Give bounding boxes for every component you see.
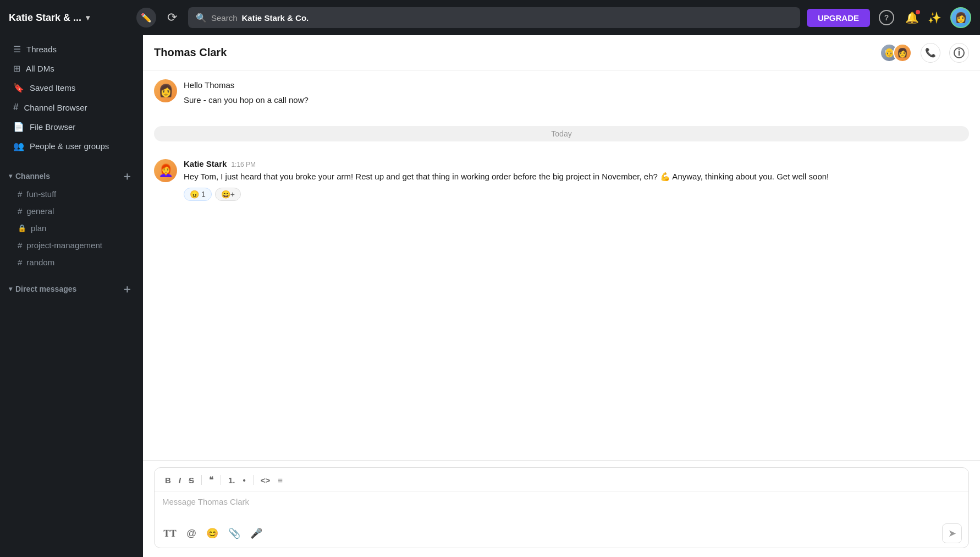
search-bar[interactable]: 🔍 Search Katie Stark & Co. bbox=[188, 7, 800, 28]
dm-section-header[interactable]: ▾ Direct messages ＋ bbox=[0, 275, 143, 298]
channel-name: plan bbox=[31, 223, 46, 233]
date-divider-row: Today bbox=[154, 119, 969, 148]
main-layout: ☰ Threads ⊞ All DMs 🔖 Saved Items # Chan… bbox=[0, 35, 980, 557]
participant-avatar-2: 👩 bbox=[893, 43, 912, 62]
sidebar-item-all-dms[interactable]: ⊞ All DMs bbox=[4, 59, 139, 78]
input-bottom-bar: 𝐓𝐓 @ 😊 📎 🎤 ➤ bbox=[155, 519, 968, 548]
channel-hash-icon: # bbox=[18, 206, 22, 216]
sidebar-item-label: Saved Items bbox=[30, 83, 75, 92]
channels-chevron: ▾ bbox=[9, 172, 12, 180]
channel-item-random[interactable]: # random bbox=[4, 254, 139, 270]
input-box: B I S ❝ 1. • <> ≡ Message Thomas Clark 𝐓 bbox=[154, 467, 969, 548]
chat-area: Thomas Clark 👴 👩 📞 i bbox=[143, 35, 980, 557]
sidebar-item-file-browser[interactable]: 📄 File Browser bbox=[4, 118, 139, 136]
toolbar-separator-3 bbox=[253, 475, 254, 485]
edit-button[interactable]: ✏️ bbox=[136, 8, 156, 28]
message-input-area: B I S ❝ 1. • <> ≡ Message Thomas Clark 𝐓 bbox=[143, 460, 980, 557]
message-text-2: Sure - can you hop on a call now? bbox=[184, 94, 969, 107]
voice-button[interactable]: 🎤 bbox=[248, 525, 265, 542]
blockquote-button[interactable]: ❝ bbox=[206, 473, 216, 487]
sidebar-item-threads[interactable]: ☰ Threads bbox=[4, 40, 139, 58]
channel-item-fun-stuff[interactable]: # fun-stuff bbox=[4, 186, 139, 202]
notification-dot bbox=[916, 10, 920, 14]
katie-message-content: Katie Stark 1:16 PM Hey Tom, I just hear… bbox=[184, 159, 969, 201]
channel-item-project-management[interactable]: # project-management bbox=[4, 237, 139, 253]
sidebar-item-label: Threads bbox=[26, 45, 57, 54]
bold-button[interactable]: B bbox=[162, 474, 174, 487]
date-divider: Today bbox=[154, 126, 969, 141]
unordered-list-button[interactable]: • bbox=[240, 474, 249, 487]
help-icon: ? bbox=[879, 10, 894, 25]
channel-item-general[interactable]: # general bbox=[4, 203, 139, 219]
reactions-area: 😠 1 😄+ bbox=[184, 188, 969, 201]
add-reaction-icon: 😄+ bbox=[221, 190, 235, 199]
message-group-1: 👩 Hello Thomas Sure - can you hop on a c… bbox=[154, 79, 969, 108]
dm-label-group: ▾ Direct messages bbox=[9, 285, 76, 293]
help-button[interactable]: ? bbox=[877, 8, 896, 28]
add-dm-button[interactable]: ＋ bbox=[120, 282, 134, 296]
sidebar: ☰ Threads ⊞ All DMs 🔖 Saved Items # Chan… bbox=[0, 35, 143, 557]
add-channel-button[interactable]: ＋ bbox=[120, 169, 134, 183]
channel-hash-icon: # bbox=[18, 189, 22, 199]
channel-item-plan[interactable]: 🔒 plan bbox=[4, 220, 139, 236]
channel-name: random bbox=[26, 258, 54, 267]
text-format-button[interactable]: 𝐓𝐓 bbox=[161, 526, 179, 542]
participant-avatars: 👴 👩 bbox=[880, 43, 912, 62]
ordered-list-button[interactable]: 1. bbox=[225, 474, 238, 487]
chat-header: Thomas Clark 👴 👩 📞 i bbox=[143, 35, 980, 70]
sidebar-item-channel-browser[interactable]: # Channel Browser bbox=[4, 98, 139, 117]
channels-label-group: ▾ Channels bbox=[9, 172, 50, 181]
sidebar-item-label: People & user groups bbox=[30, 141, 109, 151]
sidebar-item-label: File Browser bbox=[30, 122, 75, 132]
topbar: Katie Stark & ... ▾ ✏️ ⟳ 🔍 Search Katie … bbox=[0, 0, 980, 35]
channels-section-header[interactable]: ▾ Channels ＋ bbox=[0, 162, 143, 185]
info-button[interactable]: i bbox=[949, 43, 969, 63]
threads-icon: ☰ bbox=[13, 44, 21, 54]
avatar-emoji: 👩 bbox=[955, 12, 967, 24]
channels-label: Channels bbox=[15, 172, 50, 181]
message-text: Hey Tom, I just heard that you broke you… bbox=[184, 171, 969, 183]
input-toolbar: B I S ❝ 1. • <> ≡ bbox=[155, 468, 968, 492]
saved-items-icon: 🔖 bbox=[13, 83, 24, 93]
ai-icon[interactable]: ✨ bbox=[928, 11, 942, 24]
code-block-button[interactable]: ≡ bbox=[275, 474, 285, 487]
message-content: Hello Thomas Sure - can you hop on a cal… bbox=[184, 79, 969, 108]
message-header: Katie Stark 1:16 PM bbox=[184, 159, 969, 168]
send-button[interactable]: ➤ bbox=[942, 523, 962, 543]
messages-area: 👩 Hello Thomas Sure - can you hop on a c… bbox=[143, 70, 980, 460]
attach-button[interactable]: 📎 bbox=[226, 525, 243, 542]
user-avatar[interactable]: 👩 bbox=[950, 7, 971, 28]
notification-bell[interactable]: 🔔 bbox=[905, 11, 919, 24]
mention-button[interactable]: @ bbox=[184, 526, 199, 542]
call-button[interactable]: 📞 bbox=[921, 43, 940, 63]
history-icon: ⟳ bbox=[167, 10, 177, 24]
reaction-count: 1 bbox=[201, 190, 206, 199]
dm-label: Direct messages bbox=[15, 285, 76, 293]
sidebar-item-people[interactable]: 👥 People & user groups bbox=[4, 137, 139, 155]
code-button[interactable]: <> bbox=[258, 474, 273, 487]
message-placeholder: Message Thomas Clark bbox=[162, 497, 249, 506]
sparkle-icon: ✨ bbox=[928, 12, 942, 24]
toolbar-separator-1 bbox=[201, 475, 202, 485]
workspace-section: Katie Stark & ... ▾ bbox=[9, 12, 130, 24]
sidebar-item-saved-items[interactable]: 🔖 Saved Items bbox=[4, 79, 139, 97]
message-text-1: Hello Thomas bbox=[184, 79, 969, 92]
topbar-icons: ? 🔔 ✨ 👩 bbox=[877, 7, 971, 28]
strikethrough-button[interactable]: S bbox=[186, 474, 197, 487]
add-reaction-button[interactable]: 😄+ bbox=[215, 188, 241, 201]
sidebar-item-label: All DMs bbox=[26, 64, 54, 73]
workspace-chevron: ▾ bbox=[86, 13, 90, 22]
search-icon: 🔍 bbox=[196, 13, 207, 23]
channel-name: project-management bbox=[26, 241, 102, 250]
channel-name: fun-stuff bbox=[26, 189, 56, 199]
message-input[interactable]: Message Thomas Clark bbox=[155, 492, 968, 519]
chat-title: Thomas Clark bbox=[154, 46, 880, 59]
italic-button[interactable]: I bbox=[176, 474, 184, 487]
upgrade-button[interactable]: UPGRADE bbox=[807, 9, 870, 27]
reaction-angry[interactable]: 😠 1 bbox=[184, 188, 212, 201]
send-icon: ➤ bbox=[948, 527, 956, 539]
dm-chevron: ▾ bbox=[9, 285, 12, 293]
message-sender: Katie Stark bbox=[184, 159, 227, 168]
emoji-button[interactable]: 😊 bbox=[204, 525, 221, 542]
history-button[interactable]: ⟳ bbox=[163, 8, 181, 27]
